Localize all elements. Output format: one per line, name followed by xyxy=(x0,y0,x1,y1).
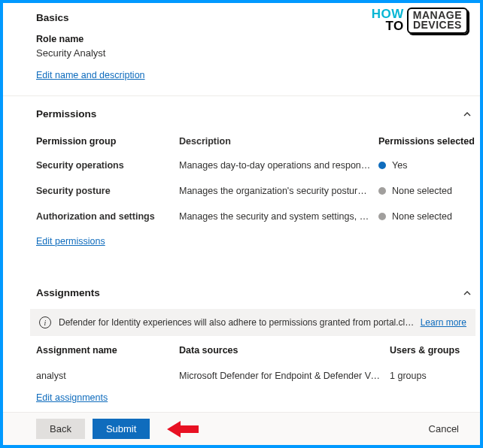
info-icon: i xyxy=(39,316,51,328)
submit-button[interactable]: Submit xyxy=(93,419,150,439)
assign-col-datasources: Data sources xyxy=(179,345,390,356)
assignments-heading: Assignments xyxy=(36,287,100,298)
permissions-heading: Permissions xyxy=(36,108,96,120)
learn-more-link[interactable]: Learn more xyxy=(421,317,466,328)
cancel-button[interactable]: Cancel xyxy=(415,419,472,439)
footer-bar: Back Submit Cancel xyxy=(3,412,480,445)
permission-row: Authorization and settings Manages the s… xyxy=(36,204,472,229)
basics-heading: Basics xyxy=(36,12,472,23)
info-banner: i Defender for Identity experiences will… xyxy=(30,309,475,336)
assign-col-name: Assignment name xyxy=(36,345,179,356)
edit-assignments-link[interactable]: Edit assignments xyxy=(36,392,108,403)
permission-row: Security operations Manages day-to-day o… xyxy=(36,153,472,178)
edit-name-description-link[interactable]: Edit name and description xyxy=(36,70,145,80)
role-name-label: Role name xyxy=(36,34,472,44)
chevron-up-icon[interactable] xyxy=(462,288,472,298)
assign-col-users-groups: Users & groups xyxy=(390,345,472,356)
permission-row: Security posture Manages the organizatio… xyxy=(36,178,472,204)
perm-col-selected: Permissions selected xyxy=(378,136,472,147)
status-dot-icon xyxy=(378,213,386,220)
perm-col-group: Permission group xyxy=(36,136,179,147)
status-dot-icon xyxy=(378,162,386,169)
assignment-row: analyst Microsoft Defender for Endpoint … xyxy=(36,363,472,389)
status-dot-icon xyxy=(378,187,386,195)
perm-col-desc: Description xyxy=(179,136,378,147)
edit-permissions-link[interactable]: Edit permissions xyxy=(36,236,105,247)
chevron-up-icon[interactable] xyxy=(462,109,472,120)
role-name-value: Security Analyst xyxy=(36,47,472,59)
back-button[interactable]: Back xyxy=(36,419,85,439)
divider xyxy=(3,95,480,96)
